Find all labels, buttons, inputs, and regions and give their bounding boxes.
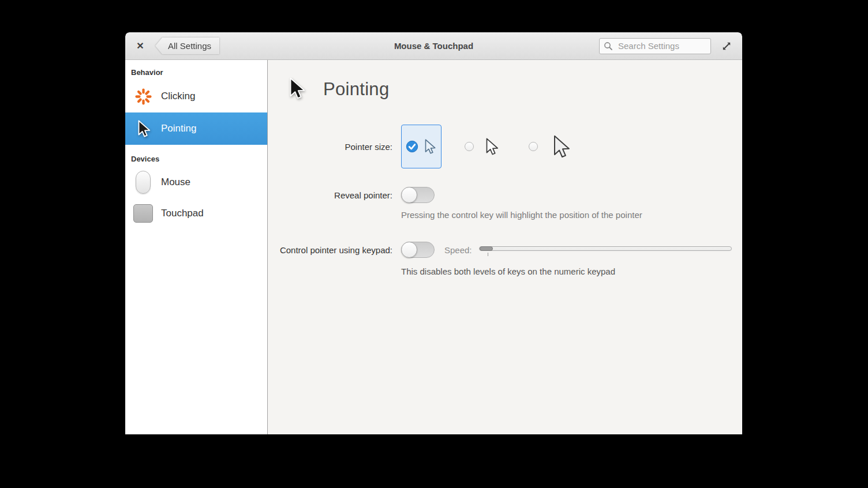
sidebar-item-clicking[interactable]: Clicking (125, 80, 267, 112)
keypad-pointer-label: Control pointer using keypad: (268, 245, 392, 255)
clicking-burst-icon (133, 87, 153, 106)
pointer-cursor-icon (133, 119, 153, 138)
keypad-pointer-help: This disables both levels of keys on the… (401, 266, 742, 276)
pointer-size-label: Pointer size: (268, 142, 392, 152)
medium-cursor-icon (482, 136, 500, 157)
pointing-panel: Pointing Pointer size: (268, 60, 742, 434)
sidebar-item-label: Mouse (161, 177, 190, 188)
section-label-devices: Devices (125, 145, 267, 167)
touchpad-icon (133, 204, 153, 223)
sidebar-item-mouse[interactable]: Mouse (125, 167, 267, 198)
page-title: Pointing (323, 79, 389, 100)
pointing-header-cursor-icon (285, 74, 307, 105)
sidebar-item-label: Pointing (161, 123, 196, 134)
slider-track[interactable] (479, 246, 732, 251)
maximize-icon[interactable] (719, 39, 734, 54)
pointer-size-option-medium[interactable] (465, 136, 500, 157)
pointer-size-option-large[interactable] (529, 133, 572, 160)
small-cursor-icon (422, 138, 437, 155)
sidebar-item-label: Clicking (161, 91, 196, 102)
sidebar-item-pointing[interactable]: Pointing (125, 112, 267, 145)
search-icon (604, 42, 613, 51)
speed-label: Speed: (444, 245, 472, 255)
slider-handle[interactable] (480, 246, 493, 251)
reveal-pointer-label: Reveal pointer: (268, 190, 392, 200)
close-button[interactable]: ✕ (134, 40, 147, 52)
large-cursor-icon (549, 133, 572, 160)
slider-tick (488, 253, 488, 256)
reveal-pointer-toggle[interactable] (401, 187, 435, 203)
search-input[interactable] (599, 38, 711, 54)
headerbar: ✕ All Settings Mouse & Touchpad (125, 32, 742, 60)
radio-unchecked-icon (465, 142, 474, 151)
pointer-size-options (401, 125, 742, 168)
mouse-icon (133, 171, 153, 194)
reveal-pointer-help: Pressing the control key will highlight … (401, 210, 742, 220)
back-button[interactable]: All Settings (155, 37, 219, 54)
radio-unchecked-icon (529, 142, 538, 151)
sidebar-item-label: Touchpad (161, 208, 204, 219)
back-button-label: All Settings (168, 41, 211, 51)
keypad-pointer-toggle[interactable] (401, 242, 435, 258)
settings-sidebar: Behavior (125, 60, 268, 434)
speed-slider[interactable] (479, 245, 732, 255)
sidebar-item-touchpad[interactable]: Touchpad (125, 198, 267, 229)
section-label-behavior: Behavior (125, 68, 267, 80)
radio-checked-icon (406, 140, 418, 153)
mouse-touchpad-window: ✕ All Settings Mouse & Touchpad (125, 32, 742, 434)
search-field (599, 38, 711, 54)
pointer-size-option-small[interactable] (401, 125, 442, 168)
